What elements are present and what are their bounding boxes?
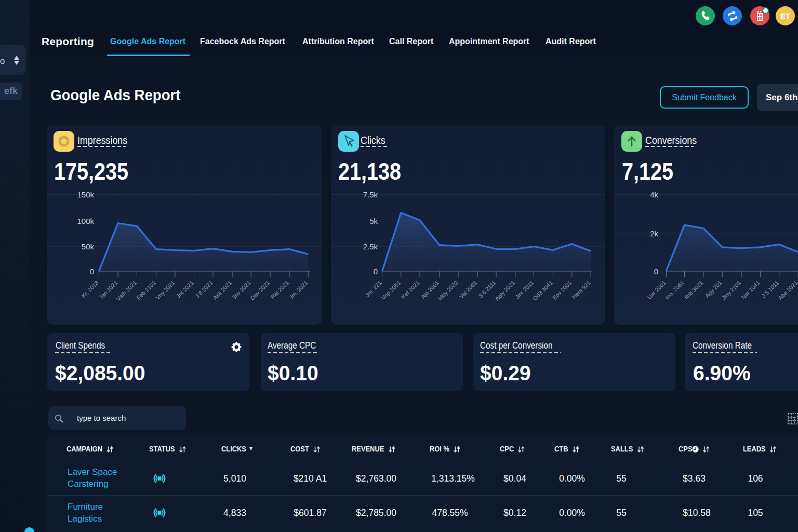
svg-text:Jiny 2101: Jiny 2101	[721, 280, 742, 301]
svg-text:Vat 2061: Vat 2061	[458, 280, 478, 300]
svg-text:Iinb 3031: Iinb 3031	[683, 280, 704, 300]
svg-text:Vath 2021: Vath 2021	[115, 280, 138, 302]
svg-text:Ino. 70б1: Ino. 70б1	[664, 280, 685, 301]
svg-text:Ask 2021: Ask 2021	[211, 280, 233, 301]
svg-text:Eov 2001: Eov 2001	[551, 280, 573, 301]
svg-text:3 6 2111: 3 6 2111	[477, 280, 497, 299]
svg-text:Feb 2101: Feb 2101	[135, 280, 156, 301]
svg-text:Jnr. 221: Jnr. 221	[364, 280, 383, 298]
svg-text:Oav 2021: Oav 2021	[249, 280, 271, 301]
svg-text:Od3 3041: Od3 3041	[531, 280, 554, 302]
svg-text:Jm. 2021: Jm. 2021	[288, 280, 309, 300]
svg-text:Agy 201: Agy 201	[704, 280, 723, 299]
svg-text:Vnp 2051: Vnp 2051	[380, 280, 402, 301]
svg-text:Aely 2021: Aely 2021	[494, 280, 516, 302]
svg-text:Vny 2021: Vny 2021	[154, 280, 176, 301]
svg-text:Jnt 2021: Jnt 2021	[175, 280, 195, 299]
svg-text:Nar 1041: Nar 1041	[740, 280, 761, 300]
svg-text:Hers 921: Hers 921	[570, 280, 591, 300]
svg-text:J 8 2021: J 8 2021	[194, 280, 214, 299]
svg-text:Rat 2021: Rat 2021	[269, 280, 290, 300]
svg-text:Idtty 2020: Idtty 2020	[437, 280, 459, 302]
svg-text:Uar 2001: Uar 2001	[646, 280, 667, 300]
svg-text:Kr, 2018: Kr, 2018	[80, 280, 99, 299]
svg-text:J 5 1011: J 5 1011	[760, 280, 780, 299]
svg-text:Kef 2021: Kef 2021	[400, 280, 421, 300]
svg-text:3nv 2021: 3nv 2021	[231, 280, 251, 300]
svg-text:Abe 2021: Abe 2021	[777, 280, 798, 301]
